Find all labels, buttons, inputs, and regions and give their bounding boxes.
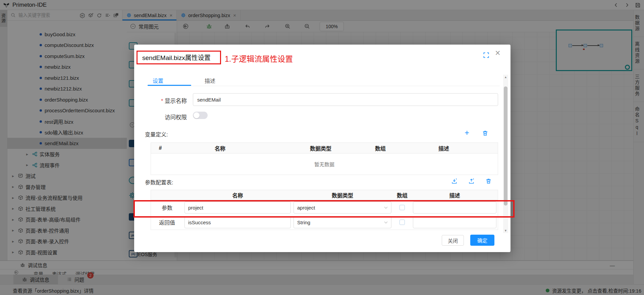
display-name-label: 显示名称 — [143, 97, 187, 105]
export-icon[interactable] — [468, 178, 475, 184]
scrollbar-thumb[interactable] — [504, 86, 507, 205]
params-table: 名称数据类型数组描述 参数 aproject — [151, 190, 498, 230]
column-header: 数据类型 — [270, 143, 371, 153]
dialog-scrollbar[interactable] — [503, 75, 508, 233]
type-select[interactable]: String — [293, 216, 391, 228]
empty-data-text: 暂无数据 — [151, 154, 498, 175]
add-variable-icon[interactable]: + — [465, 129, 469, 136]
access-label: 访问权限 — [143, 113, 187, 121]
description-input[interactable] — [413, 216, 496, 228]
param-row: 返回值 String — [151, 215, 498, 230]
scroll-down-icon[interactable] — [503, 229, 508, 232]
column-header: 名称 — [170, 143, 270, 153]
description-input[interactable] — [413, 201, 496, 214]
fullscreen-icon[interactable] — [483, 52, 489, 58]
params-section-label: 参数配置表: — [145, 178, 173, 186]
array-checkbox[interactable] — [399, 205, 405, 210]
access-toggle[interactable] — [193, 112, 208, 119]
chevron-down-icon — [384, 221, 388, 224]
scroll-up-icon[interactable] — [503, 75, 508, 79]
column-header: 名称 — [183, 190, 292, 200]
param-row: 参数 aproject — [151, 200, 498, 215]
display-name-input[interactable] — [193, 93, 498, 106]
dialog-title: sendEMail.bizx属性设置 — [142, 53, 211, 62]
delete-variable-icon[interactable] — [482, 130, 488, 136]
variables-section-label: 变量定义: — [145, 130, 168, 138]
close-button[interactable]: 关闭 — [442, 235, 464, 246]
chevron-down-icon — [384, 206, 388, 209]
close-dialog-icon[interactable] — [495, 48, 500, 58]
column-header: 数组 — [371, 143, 390, 153]
column-header: 数据类型 — [292, 190, 393, 200]
variables-table: #名称数据类型数组描述 暂无数据 — [151, 142, 498, 175]
name-input[interactable] — [184, 216, 291, 228]
type-select[interactable]: aproject — [293, 201, 391, 214]
property-dialog: sendEMail.bizx属性设置 设置 描述 显示名称 访问权限 变量定义:… — [134, 45, 511, 252]
column-header: 描述 — [412, 190, 498, 200]
column-header: 描述 — [390, 143, 498, 153]
delete-param-icon[interactable] — [485, 178, 492, 184]
name-input[interactable] — [184, 201, 291, 214]
settings-tab[interactable]: 设置 — [153, 76, 163, 84]
column-header — [151, 190, 183, 200]
row-label: 参数 — [151, 200, 183, 215]
column-header: # — [151, 143, 170, 153]
array-checkbox[interactable] — [399, 220, 405, 225]
import-icon[interactable] — [451, 178, 458, 184]
tab-divider — [148, 86, 500, 86]
column-header: 数组 — [393, 190, 412, 200]
ok-button[interactable]: 确定 — [470, 235, 494, 246]
row-label: 返回值 — [151, 215, 183, 230]
description-tab[interactable]: 描述 — [205, 76, 215, 84]
